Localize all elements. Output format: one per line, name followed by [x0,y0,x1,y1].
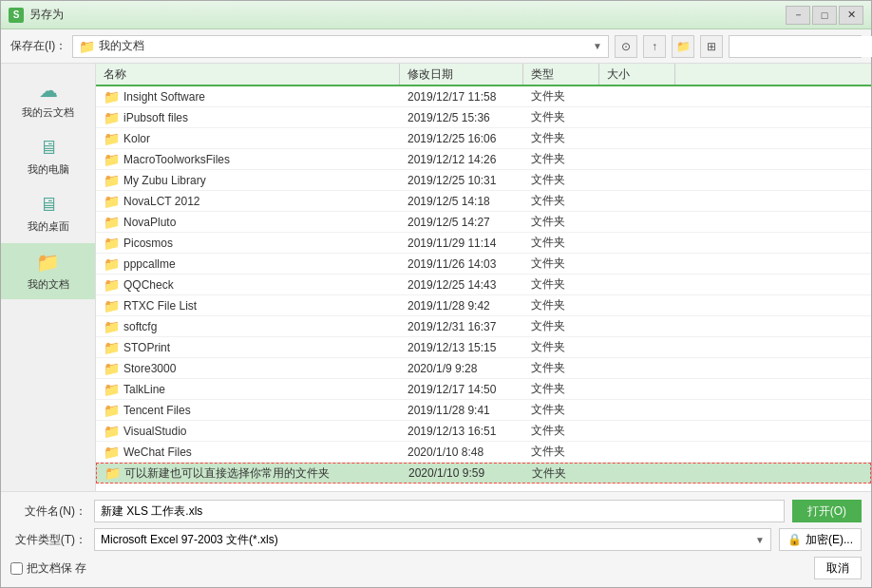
table-row[interactable]: 📁RTXC File List2019/11/28 9:42文件夹 [96,295,871,316]
table-row[interactable]: 📁NovaPluto2019/12/5 14:27文件夹 [96,212,871,233]
file-name-cell: 📁MacroToolworksFiles [96,152,400,167]
sidebar-desktop-label: 我的桌面 [28,219,69,234]
file-type-cell: 文件夹 [523,193,599,209]
file-type-cell: 文件夹 [523,444,599,460]
file-header: 名称 修改日期 类型 大小 [96,64,871,86]
search-input[interactable] [730,36,872,57]
table-row[interactable]: 📁softcfg2019/12/31 16:37文件夹 [96,316,871,337]
folder-icon: 📁 [104,382,120,397]
col-header-size[interactable]: 大小 [599,64,675,85]
table-row[interactable]: 📁Picosmos2019/11/29 11:14文件夹 [96,233,871,254]
save-in-label: 保存在(I)： [10,38,66,54]
file-list: 📁Insight Software2019/12/17 11:58文件夹📁iPu… [96,86,871,491]
view-button[interactable]: ⊞ [700,35,723,58]
file-date-cell: 2020/1/10 8:48 [400,446,523,459]
file-name-text: RTXC File List [123,299,197,313]
sidebar-documents-label: 我的文档 [28,277,69,292]
table-row[interactable]: 📁iPubsoft files2019/12/5 15:36文件夹 [96,107,871,128]
table-row[interactable]: 📁Kolor2019/12/25 16:06文件夹 [96,128,871,149]
file-name-text: QQCheck [123,278,174,292]
encrypt-button[interactable]: 🔒 加密(E)... [779,528,862,551]
file-name-text: Tencent Files [123,404,191,417]
filetype-value: Microsoft Excel 97-2003 文件(*.xls) [101,532,278,548]
file-area: 名称 修改日期 类型 大小 📁Insight Software2019/12/1… [96,64,871,491]
title-bar: S 另存为 － □ ✕ [1,1,871,29]
file-type-cell: 文件夹 [523,151,599,167]
filename-input[interactable] [94,500,785,522]
table-row[interactable]: 📁可以新建也可以直接选择你常用的文件夹2020/1/10 9:59文件夹 [96,463,871,484]
table-row[interactable]: 📁VisualStudio2019/12/13 16:51文件夹 [96,421,871,442]
file-type-cell: 文件夹 [523,423,599,439]
close-button[interactable]: ✕ [839,6,863,25]
file-name-cell: 📁VisualStudio [96,424,400,439]
sidebar-item-documents[interactable]: 📁 我的文档 [1,243,95,299]
file-type-cell: 文件夹 [523,109,599,125]
filename-row: 文件名(N)： 打开(O) [10,500,862,522]
up-button[interactable]: ↑ [643,35,666,58]
file-name-text: iPubsoft files [123,111,188,124]
file-name-cell: 📁Insight Software [96,89,400,104]
file-type-cell: 文件夹 [523,214,599,230]
file-type-cell: 文件夹 [523,360,599,376]
file-name-text: NovaPluto [123,216,176,229]
file-name-text: MacroToolworksFiles [123,153,230,166]
table-row[interactable]: 📁MacroToolworksFiles2019/12/12 14:26文件夹 [96,149,871,170]
file-name-text: 可以新建也可以直接选择你常用的文件夹 [124,465,330,482]
table-row[interactable]: 📁STOPrint2019/12/13 15:15文件夹 [96,337,871,358]
minimize-button[interactable]: － [786,6,810,25]
file-date-cell: 2019/12/31 16:37 [400,320,523,333]
file-date-cell: 2020/1/10 9:59 [401,466,524,480]
folder-icon: 📁 [104,465,121,481]
col-header-date[interactable]: 修改日期 [400,64,523,85]
save-checkbox-row: 把文档保 存 [10,560,806,577]
filetype-select[interactable]: Microsoft Excel 97-2003 文件(*.xls) ▼ [94,528,771,551]
path-dropdown-arrow: ▼ [593,41,602,51]
file-name-cell: 📁softcfg [96,319,400,334]
file-name-cell: 📁Picosmos [96,236,400,251]
desktop-icon: 🖥 [39,194,58,216]
table-row[interactable]: 📁WeChat Files2020/1/10 8:48文件夹 [96,442,871,463]
open-button[interactable]: 打开(O) [792,500,862,522]
file-date-cell: 2019/11/26 14:03 [400,257,523,271]
table-row[interactable]: 📁pppcallme2019/11/26 14:03文件夹 [96,254,871,275]
col-header-name[interactable]: 名称 [96,64,400,85]
col-header-type[interactable]: 类型 [523,64,599,85]
folder-icon: 📁 [104,89,120,104]
cancel-button[interactable]: 取消 [814,557,862,579]
file-date-cell: 2019/12/25 10:31 [400,174,523,187]
save-checkbox[interactable] [10,562,23,575]
table-row[interactable]: 📁Tencent Files2019/11/28 9:41文件夹 [96,400,871,421]
file-name-text: Kolor [123,132,150,145]
table-row[interactable]: 📁Insight Software2019/12/17 11:58文件夹 [96,86,871,107]
path-folder-icon: 📁 [79,39,95,54]
folder-icon: 📁 [104,424,120,439]
new-folder-button[interactable]: 📁 [672,35,694,58]
documents-icon: 📁 [36,251,60,274]
current-path: 我的文档 [99,38,589,54]
table-row[interactable]: 📁Store30002020/1/9 9:28文件夹 [96,358,871,379]
folder-icon: 📁 [104,277,120,293]
sidebar-item-computer[interactable]: 🖥 我的电脑 [1,129,95,184]
sidebar-item-cloud[interactable]: ☁ 我的云文档 [1,71,95,127]
maximize-button[interactable]: □ [812,6,837,25]
table-row[interactable]: 📁QQCheck2019/12/25 14:43文件夹 [96,275,871,295]
file-type-cell: 文件夹 [523,276,599,293]
file-date-cell: 2019/11/29 11:14 [400,237,523,250]
table-row[interactable]: 📁NovaLCT 20122019/12/5 14:18文件夹 [96,191,871,212]
file-name-cell: 📁Tencent Files [96,403,400,418]
table-row[interactable]: 📁My Zubu Library2019/12/25 10:31文件夹 [96,170,871,191]
cloud-icon: ☁ [39,79,58,102]
main-content: ☁ 我的云文档 🖥 我的电脑 🖥 我的桌面 📁 我的文档 名称 修改日期 类 [1,64,871,491]
file-name-cell: 📁QQCheck [96,277,400,293]
file-date-cell: 2019/12/13 15:15 [400,341,523,354]
table-row[interactable]: 📁TalkLine2019/12/17 14:50文件夹 [96,379,871,400]
file-name-text: TalkLine [123,383,165,396]
title-bar-left: S 另存为 [9,7,64,23]
path-dropdown[interactable]: 📁 我的文档 ▼ [72,35,609,58]
sidebar: ☁ 我的云文档 🖥 我的电脑 🖥 我的桌面 📁 我的文档 [1,64,96,491]
sidebar-item-desktop[interactable]: 🖥 我的桌面 [1,186,95,241]
file-name-text: pppcallme [123,257,176,271]
file-date-cell: 2019/12/5 14:27 [400,216,523,229]
back-button[interactable]: ⊙ [615,35,637,58]
file-type-cell: 文件夹 [523,88,599,104]
